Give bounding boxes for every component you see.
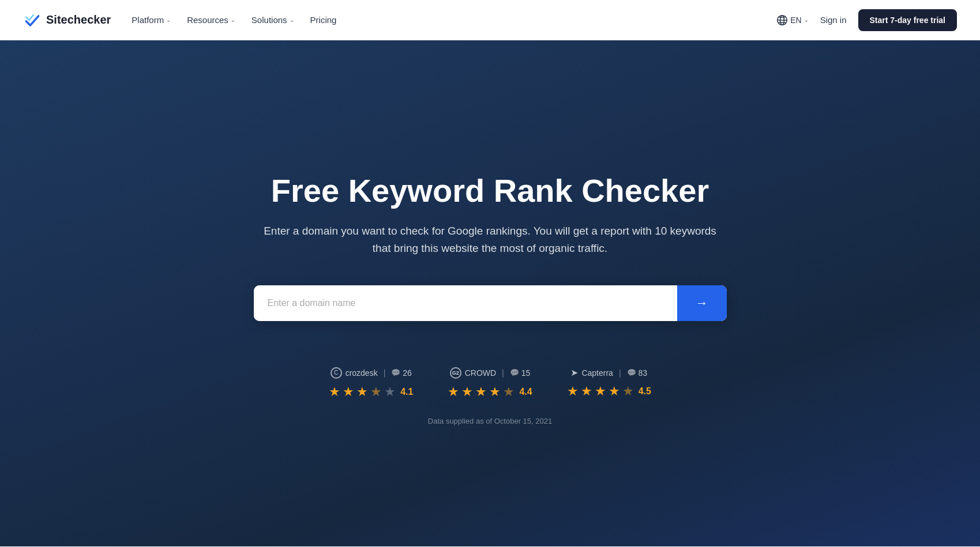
crozdesk-header: C crozdesk | 💬 26 (331, 367, 412, 379)
g2crowd-logo: G2 CROWD (450, 367, 496, 379)
comment-icon: 💬 (510, 368, 519, 377)
crozdesk-logo: C crozdesk (331, 367, 378, 379)
arrow-right-icon: → (696, 296, 708, 311)
search-submit-button[interactable]: → (677, 285, 727, 321)
hero-section: Free Keyword Rank Checker Enter a domain… (0, 40, 980, 546)
star-3: ★ (356, 384, 368, 399)
search-box: → (254, 285, 727, 321)
globe-icon (776, 14, 788, 26)
g2crowd-label: CROWD (465, 368, 496, 378)
logo-icon (23, 11, 42, 29)
capterra-icon: ➤ (570, 367, 578, 378)
crozdesk-score: 4.1 (400, 387, 413, 397)
capterra-review-count: 💬 83 (627, 368, 648, 378)
star-3: ★ (595, 384, 606, 399)
star-5: ★ (384, 384, 396, 399)
star-2: ★ (581, 384, 592, 399)
nav-links: Platform ⌄ Resources ⌄ Solutions ⌄ Prici… (132, 15, 336, 25)
sign-in-button[interactable]: Sign in (820, 15, 847, 25)
star-1: ★ (329, 384, 340, 399)
divider: | (502, 368, 504, 378)
capterra-header: ➤ Capterra | 💬 83 (570, 367, 647, 378)
data-note: Data supplied as of October 15, 2021 (428, 417, 552, 425)
nav-item-resources[interactable]: Resources ⌄ (187, 15, 235, 25)
capterra-label: Capterra (581, 368, 613, 378)
language-selector[interactable]: EN ⌄ (776, 14, 808, 26)
crozdesk-rating: C crozdesk | 💬 26 ★ ★ ★ ★ ★ 4.1 (329, 367, 413, 399)
g2crowd-score: 4.4 (519, 387, 532, 397)
capterra-score: 4.5 (639, 386, 651, 397)
logo-text: Sitechecker (46, 13, 111, 27)
star-3: ★ (475, 384, 487, 399)
navbar-right: EN ⌄ Sign in Start 7-day free trial (776, 9, 957, 31)
nav-item-platform[interactable]: Platform ⌄ (132, 15, 171, 25)
ratings-section: C crozdesk | 💬 26 ★ ★ ★ ★ ★ 4.1 (329, 367, 651, 399)
star-4: ★ (609, 384, 620, 399)
domain-search-input[interactable] (254, 285, 677, 321)
comment-icon: 💬 (627, 368, 636, 377)
comment-icon: 💬 (391, 368, 400, 377)
crozdesk-label: crozdesk (346, 368, 378, 378)
star-4: ★ (489, 384, 501, 399)
star-2: ★ (461, 384, 473, 399)
star-1: ★ (567, 384, 579, 399)
crozdesk-icon: C (331, 367, 342, 379)
nav-item-solutions[interactable]: Solutions ⌄ (251, 15, 294, 25)
chevron-down-icon: ⌄ (290, 17, 294, 23)
hero-title: Free Keyword Rank Checker (271, 173, 709, 209)
start-trial-button[interactable]: Start 7-day free trial (858, 9, 958, 31)
g2crowd-stars: ★ ★ ★ ★ ★ 4.4 (448, 384, 532, 399)
chevron-down-icon: ⌄ (166, 17, 171, 23)
language-label: EN (790, 16, 801, 25)
capterra-logo: ➤ Capterra (570, 367, 613, 378)
logo[interactable]: Sitechecker (23, 11, 111, 29)
star-1: ★ (448, 384, 459, 399)
star-2: ★ (343, 384, 354, 399)
navbar: Sitechecker Platform ⌄ Resources ⌄ Solut… (0, 0, 980, 40)
g2crowd-rating: G2 CROWD | 💬 15 ★ ★ ★ ★ ★ 4.4 (448, 367, 532, 399)
capterra-rating: ➤ Capterra | 💬 83 ★ ★ ★ ★ ★ 4.5 (567, 367, 651, 399)
divider: | (384, 368, 386, 378)
crozdesk-review-count: 💬 26 (391, 368, 412, 378)
g2crowd-header: G2 CROWD | 💬 15 (450, 367, 531, 379)
divider: | (619, 368, 621, 378)
navbar-left: Sitechecker Platform ⌄ Resources ⌄ Solut… (23, 11, 336, 29)
crozdesk-stars: ★ ★ ★ ★ ★ 4.1 (329, 384, 413, 399)
capterra-stars: ★ ★ ★ ★ ★ 4.5 (567, 384, 651, 399)
star-4: ★ (370, 384, 382, 399)
nav-item-pricing[interactable]: Pricing (310, 15, 337, 25)
star-5: ★ (503, 384, 515, 399)
globe-chevron-icon: ⌄ (804, 17, 809, 23)
g2crowd-review-count: 💬 15 (510, 368, 531, 378)
hero-subtitle: Enter a domain you want to check for Goo… (254, 222, 727, 258)
chevron-down-icon: ⌄ (231, 17, 235, 23)
star-5: ★ (622, 384, 634, 399)
g2-icon: G2 (450, 367, 461, 379)
